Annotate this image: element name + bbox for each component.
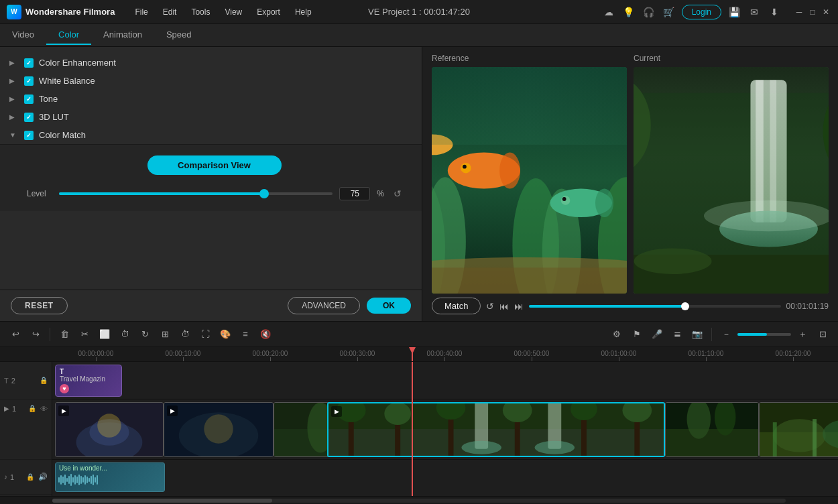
video-clip-4-selected[interactable]: ▶	[327, 402, 665, 457]
close-button[interactable]: ✕	[821, 7, 831, 17]
video-clip-5[interactable]	[665, 402, 759, 457]
timeline-thumb[interactable]	[681, 302, 689, 310]
zoom-in-icon[interactable]: ＋	[794, 326, 811, 343]
section-color-enhancement[interactable]: ▶ Color Enhancement	[0, 54, 422, 72]
ruler-label-8: 00:01:20:00	[776, 350, 811, 357]
right-panel: Reference	[422, 47, 838, 321]
title-clip[interactable]: T Travel Magazin ♥	[55, 365, 122, 397]
title-track-row: T Travel Magazin ♥	[52, 362, 838, 399]
fullscreen-button[interactable]: ⛶	[196, 326, 214, 343]
cloud-icon[interactable]: ☁	[601, 5, 616, 19]
cart-icon[interactable]: 🛒	[662, 5, 676, 19]
color-enhancement-checkbox[interactable]	[24, 58, 34, 68]
mail-icon[interactable]: ✉	[747, 5, 762, 19]
zoom-out-icon[interactable]: －	[717, 326, 735, 343]
speed-button[interactable]: ⏱	[176, 326, 194, 343]
scrollbar-thumb[interactable]	[52, 499, 272, 503]
save-icon[interactable]: 💾	[727, 5, 741, 19]
comparison-view-button[interactable]: Comparison View	[147, 155, 282, 175]
menu-help[interactable]: Help	[288, 5, 318, 19]
pip-button[interactable]: ⊞	[156, 326, 174, 343]
section-3d-lut[interactable]: ▶ 3D LUT	[0, 108, 422, 126]
video-clip-2[interactable]: ▶	[164, 402, 274, 457]
match-button[interactable]: Match	[432, 298, 481, 314]
tab-speed[interactable]: Speed	[154, 25, 204, 45]
menu-view[interactable]: View	[218, 5, 249, 19]
reset-button[interactable]: RESET	[11, 297, 68, 314]
snapshot-icon[interactable]: 📷	[689, 326, 706, 343]
cut-button[interactable]: ✂	[76, 326, 93, 343]
preview-timeline[interactable]	[529, 305, 780, 308]
wave-bar	[58, 477, 60, 483]
audio-button[interactable]: ≡	[237, 326, 254, 343]
crop-button[interactable]: ⬜	[96, 326, 113, 343]
tab-animation[interactable]: Animation	[91, 25, 154, 45]
section-white-balance[interactable]: ▶ White Balance	[0, 72, 422, 90]
svg-point-11	[499, 152, 520, 188]
track-label-2: T 2 🔒	[0, 362, 52, 399]
bulb-icon[interactable]: 💡	[621, 5, 636, 19]
menu-export[interactable]: Export	[250, 5, 287, 19]
rotate-button[interactable]: ↻	[136, 326, 154, 343]
horizontal-scrollbar[interactable]	[0, 496, 838, 504]
timer-button[interactable]: ⏱	[116, 326, 133, 343]
play-pause-icon[interactable]: ⏭	[514, 301, 524, 312]
preview-panels: Reference	[432, 54, 829, 294]
timeline-ruler: 00:00:00:00 00:00:10:00 00:00:20:00 00:0…	[0, 347, 838, 362]
reset-level-icon[interactable]: ↺	[394, 188, 402, 199]
level-value[interactable]: 75	[339, 187, 370, 200]
advanced-button[interactable]: ADVANCED	[288, 297, 360, 314]
markers-icon[interactable]: ⚑	[628, 326, 646, 343]
section-tone[interactable]: ▶ Tone	[0, 90, 422, 108]
current-label: Current	[634, 54, 829, 63]
settings-icon[interactable]: ⚙	[608, 326, 625, 343]
rewind-icon[interactable]: ↺	[486, 301, 494, 312]
color-match-checkbox[interactable]	[24, 131, 34, 140]
window-controls: ─ □ ✕	[794, 7, 831, 17]
audio-clip[interactable]: Use in wonder...	[55, 462, 165, 492]
download-icon[interactable]: ⬇	[767, 5, 782, 19]
menu-edit[interactable]: Edit	[156, 5, 184, 19]
fit-icon[interactable]: ⊡	[814, 326, 831, 343]
wave-bar	[62, 477, 64, 483]
step-back-icon[interactable]: ⏮	[499, 301, 509, 312]
level-percent: %	[377, 189, 384, 198]
section-color-match[interactable]: ▼ Color Match	[0, 126, 422, 144]
video-clip-6[interactable]	[759, 402, 838, 457]
level-slider[interactable]	[59, 192, 333, 195]
mic-icon[interactable]: 🎤	[648, 326, 666, 343]
wave-bar	[70, 474, 72, 486]
left-panel: ▶ Color Enhancement ▶ White Balance ▶ To…	[0, 47, 422, 321]
captions-icon[interactable]: ≣	[668, 326, 686, 343]
headphone-icon[interactable]: 🎧	[642, 5, 656, 19]
color-match-label: Color Match	[39, 130, 86, 140]
ok-button[interactable]: OK	[367, 298, 411, 314]
video-clip-1[interactable]: ▶	[55, 402, 164, 457]
white-balance-checkbox[interactable]	[24, 76, 34, 86]
menu-tools[interactable]: Tools	[184, 5, 217, 19]
maximize-button[interactable]: □	[807, 7, 818, 17]
undo-button[interactable]: ↩	[7, 326, 24, 343]
redo-button[interactable]: ↪	[27, 326, 44, 343]
wave-bar	[95, 477, 96, 483]
slider-thumb[interactable]	[259, 189, 269, 198]
login-button[interactable]: Login	[682, 5, 721, 19]
tab-color[interactable]: Color	[46, 25, 91, 45]
tab-video[interactable]: Video	[0, 25, 46, 45]
menu-file[interactable]: File	[128, 5, 154, 19]
minimize-button[interactable]: ─	[794, 7, 804, 17]
tone-checkbox[interactable]	[24, 94, 34, 104]
lut-checkbox[interactable]	[24, 113, 34, 122]
delete-button[interactable]: 🗑	[56, 326, 73, 343]
svg-point-42	[204, 414, 233, 443]
wave-bar	[91, 476, 92, 484]
bottom-area: ↩ ↪ 🗑 ✂ ⬜ ⏱ ↻ ⊞ ⏱ ⛶ 🎨 ≡ 🔇 ⚙ ⚑ 🎤 ≣ 📷 － ＋ …	[0, 321, 838, 504]
chevron-right-icon: ▶	[9, 59, 19, 66]
lut-label: 3D LUT	[39, 112, 69, 122]
clip-play-icon-4: ▶	[331, 406, 342, 417]
chevron-right-icon-lut: ▶	[9, 113, 19, 121]
color-button[interactable]: 🎨	[217, 326, 234, 343]
zoom-slider[interactable]	[737, 333, 791, 336]
mute-button[interactable]: 🔇	[257, 326, 274, 343]
color-match-body: Comparison View Level 75 % ↺	[0, 144, 422, 211]
